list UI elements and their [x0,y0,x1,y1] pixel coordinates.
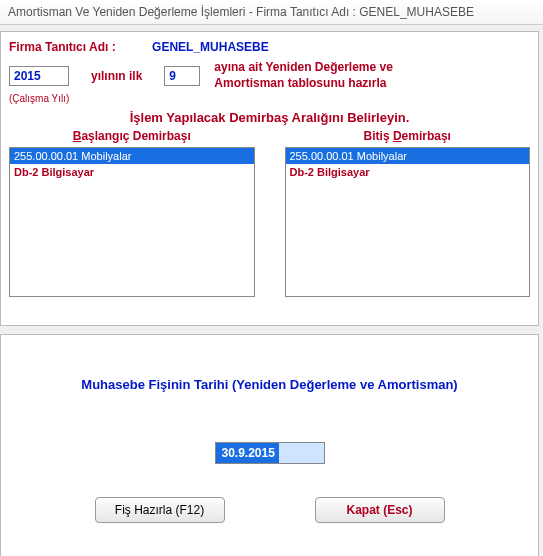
desc-line-2: Amortisman tablosunu hazırla [214,76,393,92]
list-item[interactable]: Db-2 Bilgisayar [10,164,254,180]
start-list[interactable]: 255.00.00.01 Mobilyalar Db-2 Bilgisayar [9,147,255,297]
firm-name: GENEL_MUHASEBE [152,40,269,54]
start-tab-label: Başlangıç Demirbaşı [67,129,197,143]
main-panel: Firma Tanıtıcı Adı : GENEL_MUHASEBE yılı… [0,31,539,326]
working-year-label: (Çalışma Yılı) [9,93,530,104]
window-title: Amortisman Ve Yeniden Değerleme İşlemler… [0,0,543,25]
close-button[interactable]: Kapat (Esc) [315,497,445,523]
end-group: Bitiş Demirbaşı 255.00.00.01 Mobilyalar … [285,129,531,297]
bottom-panel: Muhasebe Fişinin Tarihi (Yeniden Değerle… [0,334,539,556]
end-list[interactable]: 255.00.00.01 Mobilyalar Db-2 Bilgisayar [285,147,531,297]
end-tab-label: Bitiş Demirbaşı [358,129,457,143]
desc-line-1: ayına ait Yeniden Değerleme ve [214,60,393,76]
start-group: Başlangıç Demirbaşı 255.00.00.01 Mobilya… [9,129,255,297]
prepare-voucher-button[interactable]: Fiş Hazırla (F12) [95,497,225,523]
firm-label: Firma Tanıtıcı Adı : [9,40,149,54]
voucher-date-input[interactable] [215,442,325,464]
section-title: İşlem Yapılacak Demirbaş Aralığını Belir… [9,110,530,125]
year-mid-label: yılının ilk [91,69,142,83]
year-input[interactable] [9,66,69,86]
month-input[interactable] [164,66,200,86]
list-item[interactable]: 255.00.00.01 Mobilyalar [10,148,254,164]
list-item[interactable]: 255.00.00.01 Mobilyalar [286,148,530,164]
list-item[interactable]: Db-2 Bilgisayar [286,164,530,180]
voucher-date-title: Muhasebe Fişinin Tarihi (Yeniden Değerle… [9,377,530,392]
